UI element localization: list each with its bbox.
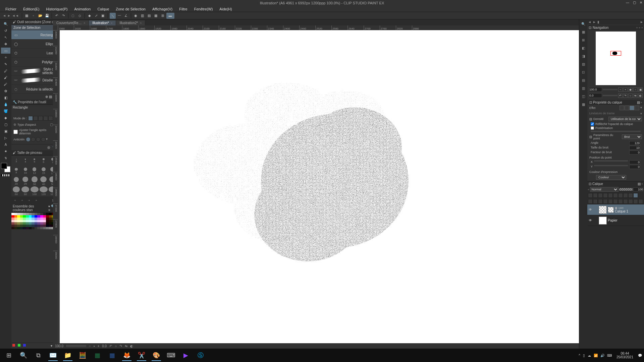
brush-size-6[interactable]: 6 (39, 156, 48, 166)
mode-xor[interactable] (48, 116, 53, 121)
brush-size-60[interactable]: 60 (12, 186, 20, 196)
brush-size-20[interactable]: 20 (12, 176, 20, 186)
layer-act-6[interactable] (613, 199, 618, 204)
gradient-tool[interactable]: ◆ (1, 115, 10, 121)
clipstudio-app[interactable]: 🎨 (150, 350, 163, 361)
decoration-tool[interactable]: ✿ (1, 88, 10, 94)
firefox-app[interactable]: 🦊 (120, 350, 133, 361)
tool-d-icon[interactable]: ▦ (153, 13, 159, 19)
clock[interactable]: 06:4425/03/2021 (614, 352, 635, 359)
zoom-slider[interactable] (66, 345, 86, 347)
close-button[interactable]: ✕ (639, 0, 643, 5)
menu-affichagev[interactable]: Affichage(V) (149, 6, 176, 12)
fill-tool[interactable]: 🪣 (1, 108, 10, 114)
zoom-out-icon[interactable]: − (89, 344, 91, 348)
menu-zonedeslection[interactable]: Zone de Sélection (112, 6, 149, 12)
nav-zoom-out[interactable]: − (618, 87, 623, 92)
brush-size-3[interactable]: 3 (12, 156, 20, 166)
poster-checkbox[interactable] (591, 126, 594, 130)
tool-a-icon[interactable]: ◉ (133, 13, 139, 19)
search-button[interactable]: 🔍 (17, 350, 30, 361)
layers-opts[interactable]: ▤ ▫ (638, 182, 643, 186)
effect-screentone[interactable] (630, 106, 634, 110)
brush-size-100[interactable]: 100 (30, 186, 39, 196)
mode-new[interactable] (28, 116, 33, 121)
menu-fichier[interactable]: Fichier (2, 6, 20, 12)
poster-slider[interactable] (591, 131, 641, 132)
register-preset-icon[interactable]: ◎ (47, 145, 50, 149)
anti-mid[interactable] (36, 137, 41, 142)
layer-act-5[interactable] (608, 199, 613, 204)
zoom-fit-icon[interactable]: ▪ (94, 344, 95, 348)
navigator-preview[interactable] (596, 32, 636, 85)
nav-opt-c[interactable]: ▫ (641, 26, 643, 29)
tab-illustration[interactable]: Illustration2*× (116, 20, 145, 25)
anti-strong[interactable] (41, 137, 46, 142)
tab-illustration[interactable]: Illustration*× (89, 20, 116, 25)
maximize-button[interactable]: ▢ (632, 0, 637, 5)
nav-all[interactable]: ▣ (638, 87, 643, 92)
save-icon[interactable]: 💾 (44, 13, 50, 19)
panel-c-icon[interactable]: ◧ (580, 45, 586, 51)
reflect-opacity-checkbox[interactable] (591, 122, 594, 126)
explorer-app[interactable]: 📁 (61, 350, 74, 361)
blend-tool[interactable]: 💧 (1, 101, 10, 107)
expression-select[interactable]: Couleur (596, 175, 626, 180)
selection-tool[interactable]: ▭ (1, 48, 10, 54)
color-g-icon[interactable] (18, 344, 20, 347)
mask-icon[interactable]: ▬ (166, 13, 174, 19)
fill-icon[interactable]: ◆ (87, 13, 93, 19)
move-viewport-tool[interactable]: ↺ (1, 27, 10, 34)
layer-btn-8[interactable] (623, 193, 628, 198)
brush-size-30[interactable]: 30 (30, 176, 39, 186)
rot-reset-icon[interactable]: ○ (115, 344, 117, 348)
menu-fentrew[interactable]: Fenêtre(W) (191, 6, 216, 12)
visibility-icon[interactable]: 👁 (588, 208, 593, 212)
layer-calque1[interactable]: 👁▦ 10/0Calque 1 (587, 204, 644, 215)
calculator-app[interactable]: 🧮 (76, 350, 89, 361)
effect-border[interactable] (620, 106, 624, 110)
brush-size-40[interactable]: 40 (39, 176, 48, 186)
canvas[interactable] (58, 30, 579, 343)
tray-wifi-icon[interactable]: 📶 (594, 354, 598, 357)
history-last[interactable]: ◄◄ (12, 14, 19, 17)
seltool-ellipse[interactable]: ◯Ellipse (11, 40, 57, 49)
tool-c-icon[interactable]: ▤ (146, 13, 152, 19)
zoom-icon[interactable]: 🔍 (580, 21, 586, 27)
nav-opt-a[interactable]: ▫ (636, 26, 638, 29)
layer-act-3[interactable] (598, 199, 603, 204)
panel-f-icon[interactable]: ⊡ (580, 69, 586, 75)
density-select[interactable]: Utilisation de la couleur d'image (608, 117, 642, 121)
opacity-slider[interactable] (619, 188, 633, 191)
layer-act-7[interactable] (618, 199, 623, 204)
balloon-tool[interactable]: ✷ (1, 148, 10, 154)
size-opt-3[interactable]: ▫ (26, 197, 32, 203)
grid-icon[interactable]: ⊞ (160, 13, 166, 19)
r-last[interactable]: ► (640, 20, 643, 24)
nav-rot-cw[interactable]: ↷ (623, 94, 628, 98)
pos-y-input[interactable]: 0 (629, 165, 641, 169)
pos-x-input[interactable]: 0 (629, 160, 641, 164)
blend-mode-select[interactable]: Normal (590, 187, 619, 192)
mode-int[interactable] (43, 116, 48, 121)
r-bar[interactable]: ▮ (597, 20, 599, 24)
adjust-angle-checkbox[interactable] (13, 130, 18, 134)
foreground-color[interactable] (1, 163, 7, 169)
twitch-app[interactable]: ▶ (179, 350, 193, 361)
tool-b-icon[interactable]: ▥ (140, 13, 146, 19)
brush-size-12[interactable]: 12 (30, 166, 39, 176)
select-loading-icon[interactable]: ◌ (70, 13, 76, 19)
magnifier-tool[interactable]: 🔍 (1, 21, 10, 27)
subtool-menu-icon[interactable]: ▤ (49, 95, 52, 99)
panel-e-icon[interactable]: ▧ (580, 61, 586, 67)
layer-btn-5[interactable] (608, 193, 613, 198)
anti-none[interactable] (26, 137, 31, 142)
brush-size-10[interactable]: 10 (21, 166, 30, 176)
layer-btn-1[interactable] (588, 193, 593, 198)
menu-historiquep[interactable]: Historique(P) (43, 6, 71, 12)
panel-h-icon[interactable]: ▥ (580, 85, 586, 91)
add-subtool-icon[interactable]: ⊕ (45, 95, 48, 99)
crop-icon[interactable]: ▣ (100, 13, 106, 19)
scale-icon[interactable]: ⤢ (93, 13, 99, 19)
panel-i-icon[interactable]: ◫ (580, 93, 586, 99)
